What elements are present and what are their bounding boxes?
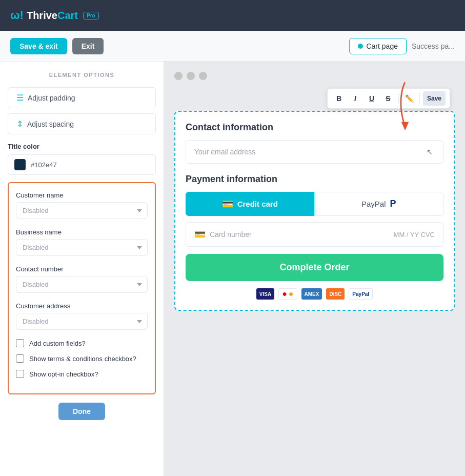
- arrow-indicator: [390, 80, 420, 133]
- main-layout: ELEMENT OPTIONS ☰ Adjust padding ⇕ Adjus…: [0, 62, 465, 476]
- terms-row: Show terms & conditions checkbox?: [16, 354, 148, 363]
- title-color-label: Title color: [8, 143, 156, 150]
- business-name-field: Business name Disabled: [16, 228, 148, 256]
- cart-page-button[interactable]: Cart page: [349, 38, 406, 54]
- browser-dot-3: [199, 72, 207, 80]
- save-exit-button[interactable]: Save & exit: [10, 38, 67, 54]
- browser-dot-2: [187, 72, 195, 80]
- customer-address-field: Customer address Disabled: [16, 302, 148, 330]
- cursor-icon: ↖: [427, 148, 433, 156]
- custom-fields-checkbox[interactable]: [16, 339, 24, 347]
- customer-name-select[interactable]: Disabled: [16, 202, 148, 219]
- format-save-button[interactable]: Save: [423, 91, 446, 106]
- card-expiry: MM / YY CVC: [394, 231, 435, 239]
- exit-button[interactable]: Exit: [72, 38, 104, 54]
- customer-name-label: Customer name: [16, 191, 148, 199]
- card-number-row[interactable]: 💳 Card number MM / YY CVC: [186, 222, 443, 247]
- opt-in-checkbox[interactable]: [16, 370, 24, 378]
- svg-marker-0: [401, 122, 409, 130]
- contact-number-label: Contact number: [16, 265, 148, 273]
- done-button[interactable]: Done: [58, 403, 105, 420]
- customer-address-label: Customer address: [16, 302, 148, 310]
- toolbar-right: Cart page Success pa...: [349, 38, 455, 54]
- title-color-section: Title color #102e47: [8, 143, 156, 175]
- visa-logo: VISA: [256, 288, 274, 300]
- email-placeholder: Your email address: [194, 148, 255, 156]
- format-toolbar: B I U S ✏️ Save: [327, 88, 450, 109]
- header: ω! ThriveCart Pro: [0, 0, 465, 31]
- logo-text: ThriveCart: [27, 10, 78, 22]
- adjust-spacing-label: Adjust spacing: [27, 120, 74, 128]
- color-picker-row[interactable]: #102e47: [8, 154, 156, 175]
- underline-button[interactable]: U: [365, 91, 379, 106]
- payment-section: Payment information 💳 Credit card PayPal…: [186, 174, 443, 300]
- business-name-label: Business name: [16, 228, 148, 236]
- logo: ω! ThriveCart Pro: [10, 9, 99, 22]
- paypal-label: PayPal: [361, 200, 386, 208]
- payment-heading: Payment information: [186, 174, 443, 185]
- bold-button[interactable]: B: [332, 91, 346, 106]
- customer-address-select[interactable]: Disabled: [16, 313, 148, 330]
- opt-in-label[interactable]: Show opt-in checkbox?: [29, 370, 98, 378]
- email-input-mock[interactable]: Your email address ↖: [186, 140, 443, 164]
- cart-page-label: Cart page: [366, 42, 397, 50]
- browser-dot-1: [174, 72, 183, 80]
- amex-logo: AMEX: [301, 288, 322, 300]
- pro-badge: Pro: [83, 12, 99, 19]
- customer-name-field: Customer name Disabled: [16, 191, 148, 219]
- color-swatch: [14, 159, 26, 170]
- paypal-icon: P: [390, 199, 396, 209]
- mastercard-logo: ●●: [278, 288, 297, 300]
- business-name-select[interactable]: Disabled: [16, 239, 148, 256]
- adjust-spacing-button[interactable]: ⇕ Adjust spacing: [8, 113, 156, 134]
- italic-button[interactable]: I: [348, 91, 362, 106]
- opt-in-row: Show opt-in checkbox?: [16, 370, 148, 378]
- card-number-placeholder: Card number: [210, 230, 252, 239]
- browser-dots: [174, 72, 455, 80]
- toolbar: Save & exit Exit Cart page Success pa...: [0, 31, 465, 62]
- arrows-icon: ⇕: [16, 119, 23, 129]
- content-area: B I U S ✏️ Save Contact informat: [164, 62, 465, 476]
- bars-icon: ☰: [16, 93, 24, 103]
- contact-number-field: Contact number Disabled: [16, 265, 148, 293]
- payment-logos: VISA ●● AMEX DISC PayPal: [186, 288, 443, 300]
- sidebar: ELEMENT OPTIONS ☰ Adjust padding ⇕ Adjus…: [0, 62, 164, 476]
- credit-card-label: Credit card: [237, 200, 278, 208]
- paypal-logo: PayPal: [349, 288, 373, 300]
- credit-card-tab[interactable]: 💳 Credit card: [186, 192, 314, 216]
- form-options-section: Customer name Disabled Business name Dis…: [8, 182, 156, 394]
- custom-fields-label[interactable]: Add custom fields?: [29, 340, 86, 347]
- discover-logo: DISC: [326, 288, 345, 300]
- credit-card-icon: 💳: [222, 199, 233, 210]
- custom-fields-row: Add custom fields?: [16, 339, 148, 347]
- logo-icon: ω!: [10, 9, 24, 22]
- success-page-label: Success pa...: [412, 42, 455, 50]
- contact-number-select[interactable]: Disabled: [16, 276, 148, 293]
- complete-order-button[interactable]: Complete Order: [186, 254, 443, 281]
- payment-tabs: 💳 Credit card PayPal P: [186, 192, 443, 216]
- adjust-padding-button[interactable]: ☰ Adjust padding: [8, 87, 156, 108]
- card-icon: 💳: [194, 229, 206, 240]
- color-hex-value: #102e47: [31, 161, 57, 169]
- adjust-padding-label: Adjust padding: [28, 94, 75, 102]
- terms-checkbox[interactable]: [16, 354, 24, 363]
- terms-label[interactable]: Show terms & conditions checkbox?: [29, 355, 136, 363]
- form-preview-card: Contact information Your email address ↖…: [174, 111, 455, 311]
- paypal-tab[interactable]: PayPal P: [314, 192, 444, 216]
- sidebar-title: ELEMENT OPTIONS: [8, 72, 156, 78]
- cart-page-dot-icon: [358, 44, 363, 49]
